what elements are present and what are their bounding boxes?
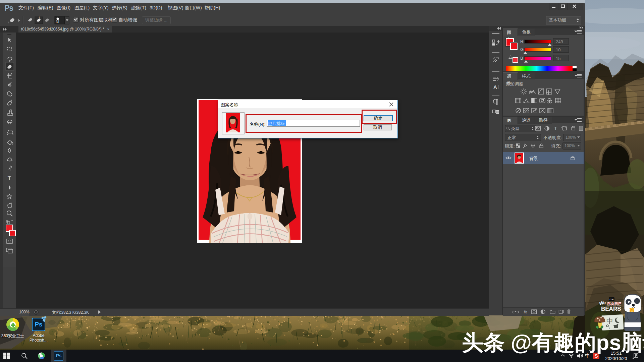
svg-text:中: 中 <box>606 317 613 324</box>
svg-text:T: T <box>554 126 557 131</box>
svg-text:We: We <box>599 300 606 306</box>
svg-text:+: + <box>39 16 40 19</box>
svg-text:BEARS: BEARS <box>601 306 621 312</box>
svg-text:A: A <box>493 84 497 90</box>
svg-text:T: T <box>8 175 11 181</box>
svg-text:31: 31 <box>56 20 60 24</box>
svg-text:fx: fx <box>524 310 527 314</box>
